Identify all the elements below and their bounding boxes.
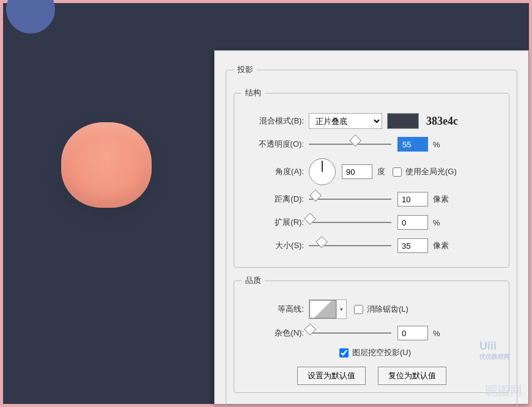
global-light-checkbox-wrap[interactable]: 使用全局光(G)	[393, 166, 457, 177]
set-default-button[interactable]: 设置为默认值	[297, 367, 366, 385]
color-hex-annotation: 383e4c	[426, 115, 458, 128]
distance-row: 距离(D): 像素	[242, 190, 501, 208]
opacity-unit: %	[433, 140, 440, 149]
noise-input[interactable]	[397, 326, 428, 340]
size-unit: 像素	[433, 240, 449, 251]
antialias-checkbox[interactable]	[354, 305, 363, 314]
noise-label: 杂色(N):	[242, 328, 309, 339]
blend-mode-row: 混合模式(B): 正片叠底 383e4c	[242, 112, 501, 130]
antialias-checkbox-wrap[interactable]: 消除锯齿(L)	[354, 304, 408, 315]
knockout-row: 图层挖空投影(U)	[242, 347, 501, 358]
structure-title: 结构	[242, 87, 265, 98]
blue-shape	[6, 0, 55, 34]
drop-shadow-fieldset: 投影 结构 混合模式(B): 正片叠底 383e4c 不透明度(O): %	[226, 64, 517, 407]
noise-slider[interactable]	[309, 327, 391, 339]
spread-input[interactable]	[397, 215, 428, 230]
opacity-input[interactable]	[397, 137, 428, 152]
contour-row: 等高线: ▾ 消除锯齿(L)	[242, 299, 501, 319]
opacity-label: 不透明度(O):	[242, 139, 309, 150]
size-input[interactable]	[397, 238, 428, 253]
distance-label: 距离(D):	[242, 194, 309, 205]
size-row: 大小(S): 像素	[242, 237, 501, 255]
spread-unit: %	[433, 218, 440, 227]
panel-title: 投影	[234, 64, 257, 75]
spread-label: 扩展(R):	[242, 217, 309, 228]
watermark-nipic: 昵图网	[486, 383, 522, 399]
knockout-label: 图层挖空投影(U)	[352, 347, 411, 358]
default-buttons-row: 设置为默认值 复位为默认值	[242, 367, 501, 385]
knockout-checkbox[interactable]	[339, 348, 349, 358]
contour-swatch-icon	[309, 300, 336, 318]
noise-unit: %	[433, 329, 440, 338]
blend-mode-select[interactable]: 正片叠底	[309, 113, 382, 129]
angle-row: 角度(A): 度 使用全局光(G)	[242, 158, 501, 185]
opacity-slider[interactable]	[309, 138, 391, 150]
angle-label: 角度(A):	[242, 166, 309, 177]
pink-blob-shape	[61, 122, 152, 208]
blend-mode-label: 混合模式(B):	[242, 116, 309, 127]
drop-shadow-dialog: 投影 结构 混合模式(B): 正片叠底 383e4c 不透明度(O): %	[214, 50, 529, 405]
contour-picker[interactable]: ▾	[309, 299, 347, 319]
contour-label: 等高线:	[242, 304, 309, 315]
global-light-checkbox[interactable]	[393, 167, 402, 177]
distance-slider[interactable]	[309, 193, 391, 205]
distance-unit: 像素	[433, 194, 449, 205]
watermark-uiii: Uiii 优优教程网	[479, 340, 510, 361]
antialias-label: 消除锯齿(L)	[367, 304, 408, 315]
quality-title: 品质	[242, 275, 265, 286]
global-light-label: 使用全局光(G)	[405, 166, 457, 177]
quality-fieldset: 品质 等高线: ▾ 消除锯齿(L) 杂色(N): %	[234, 275, 509, 393]
distance-input[interactable]	[397, 192, 428, 207]
structure-fieldset: 结构 混合模式(B): 正片叠底 383e4c 不透明度(O): % 角	[234, 87, 509, 268]
angle-dial[interactable]	[309, 158, 336, 185]
noise-row: 杂色(N): %	[242, 324, 501, 342]
knockout-checkbox-wrap[interactable]: 图层挖空投影(U)	[339, 347, 411, 358]
opacity-row: 不透明度(O): %	[242, 135, 501, 153]
reset-default-button[interactable]: 复位为默认值	[378, 367, 446, 385]
angle-needle-icon	[322, 161, 323, 172]
angle-input[interactable]	[342, 164, 372, 179]
spread-slider[interactable]	[309, 216, 391, 229]
size-label: 大小(S):	[242, 240, 309, 251]
shadow-color-swatch[interactable]	[387, 113, 419, 129]
size-slider[interactable]	[309, 240, 391, 252]
spread-row: 扩展(R): %	[242, 213, 501, 232]
chevron-down-icon: ▾	[336, 300, 346, 318]
angle-unit: 度	[377, 166, 385, 177]
